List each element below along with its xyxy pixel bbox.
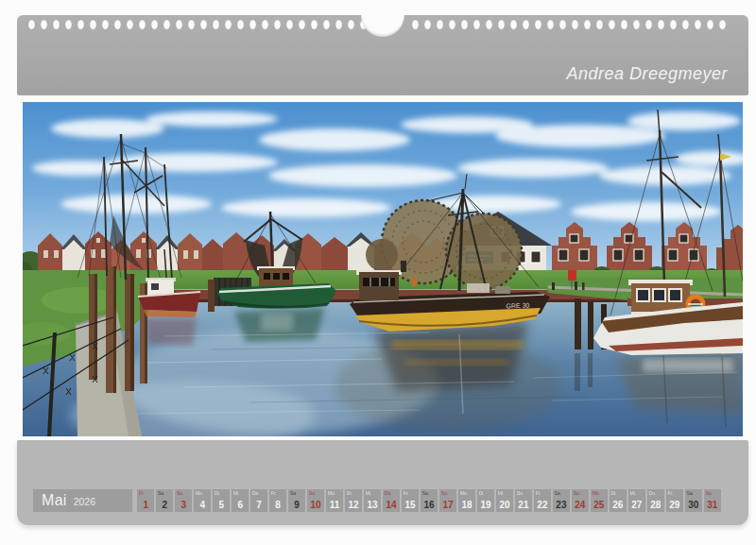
day-weekday-label: Di.	[611, 490, 617, 496]
day-cell-5: Di.5	[213, 489, 230, 512]
day-cell-6: Mi.6	[232, 489, 249, 512]
day-cell-18: Mo.18	[458, 489, 475, 512]
day-weekday-label: Mi.	[233, 490, 240, 496]
day-weekday-label: Do.	[649, 490, 657, 496]
day-number: 12	[345, 500, 362, 510]
day-cell-9: Sa.9	[288, 489, 305, 512]
binding-hole	[323, 19, 330, 29]
day-weekday-label: Sa.	[158, 490, 165, 496]
day-cell-26: Di.26	[610, 489, 627, 512]
binding-hole	[151, 19, 158, 29]
day-cell-11: Mo.11	[326, 489, 343, 512]
hanger-cutout	[361, 15, 404, 37]
day-weekday-label: Do.	[252, 490, 260, 496]
day-cell-20: Mi.20	[496, 489, 513, 512]
day-weekday-label: Sa.	[555, 490, 562, 496]
calendar-header-band: Andrea Dreegmeyer	[17, 15, 748, 95]
binding-hole	[424, 19, 431, 29]
day-cell-23: Sa.23	[553, 489, 570, 512]
day-cell-24: So.24	[572, 489, 589, 512]
day-number: 30	[685, 500, 702, 510]
binding-hole	[719, 19, 726, 29]
day-weekday-label: Sa.	[687, 490, 695, 496]
year-label: 2026	[74, 496, 95, 507]
binding-hole	[200, 19, 207, 29]
binding-hole	[437, 19, 443, 29]
day-number: 3	[175, 500, 192, 510]
day-weekday-label: Sa.	[290, 490, 298, 496]
binding-hole	[163, 19, 170, 29]
day-cell-12: Di.12	[345, 489, 362, 512]
binding-hole	[473, 19, 480, 29]
day-number: 9	[288, 500, 305, 510]
day-cell-4: Mo.4	[194, 489, 211, 512]
day-cell-19: Di.19	[477, 489, 494, 512]
binding-hole	[707, 19, 713, 29]
calendar-footer-band: Mai 2026 Fr.1Sa.2So.3Mo.4Di.5Mi.6Do.7Fr.…	[17, 440, 748, 525]
day-weekday-label: Do.	[517, 490, 524, 496]
binding-hole	[249, 19, 256, 29]
binding-hole	[658, 19, 664, 29]
binding-hole	[274, 19, 281, 29]
binding-hole	[335, 19, 342, 29]
day-weekday-label: Mi.	[498, 490, 505, 496]
day-weekday-label: Sa.	[422, 490, 430, 496]
day-number: 31	[704, 500, 721, 510]
day-number: 10	[307, 500, 324, 510]
binding-hole	[486, 19, 492, 29]
day-number: 27	[628, 500, 645, 510]
day-weekday-label: So.	[574, 490, 581, 496]
day-weekday-label: Mi.	[630, 490, 637, 496]
boat-registration-text: GRE 30	[506, 302, 529, 310]
binding-hole	[572, 19, 578, 29]
binding-hole	[41, 19, 47, 29]
day-cell-29: Fr.29	[666, 489, 683, 512]
binding-hole	[286, 19, 293, 29]
day-cell-7: Do.7	[250, 489, 267, 512]
day-weekday-label: Fr.	[536, 490, 541, 496]
day-number: 15	[402, 500, 419, 510]
day-number: 25	[591, 500, 608, 510]
day-number: 6	[232, 500, 249, 510]
binding-hole	[584, 19, 591, 29]
day-number: 17	[439, 500, 456, 510]
binding-hole	[53, 19, 60, 29]
day-weekday-label: Fr.	[271, 490, 277, 496]
day-weekday-label: Di.	[347, 490, 352, 496]
binding-hole	[621, 19, 627, 29]
day-cell-28: Do.28	[647, 489, 664, 512]
binding-hole	[262, 19, 268, 29]
day-weekday-label: Mo.	[460, 490, 468, 496]
binding-hole	[449, 19, 455, 29]
binding-hole	[535, 19, 541, 29]
day-weekday-label: So.	[706, 490, 713, 496]
day-number: 7	[250, 500, 267, 510]
day-weekday-label: Do.	[385, 490, 392, 496]
day-cell-17: So.17	[439, 489, 456, 512]
day-weekday-label: So.	[177, 490, 184, 496]
day-cell-30: Sa.30	[685, 489, 702, 512]
binding-hole	[461, 19, 468, 29]
day-number: 2	[156, 500, 173, 510]
binding-hole	[498, 19, 505, 29]
day-number: 20	[496, 500, 513, 510]
author-name: Andrea Dreegmeyer	[566, 64, 728, 84]
binding-hole	[90, 19, 96, 29]
binding-hole	[176, 19, 182, 29]
day-number: 21	[515, 500, 532, 510]
day-weekday-label: Mo.	[593, 490, 600, 496]
day-strip: Fr.1Sa.2So.3Mo.4Di.5Mi.6Do.7Fr.8Sa.9So.1…	[137, 489, 721, 512]
day-number: 16	[421, 500, 438, 510]
day-number: 19	[477, 500, 494, 510]
binding-hole	[670, 19, 677, 29]
binding-hole	[609, 19, 615, 29]
binding-hole	[299, 19, 305, 29]
binding-hole	[682, 19, 689, 29]
month-name: Mai	[42, 489, 67, 512]
binding-hole	[188, 19, 195, 29]
binding-hole	[139, 19, 146, 29]
day-weekday-label: Fr.	[139, 490, 145, 496]
binding-hole	[412, 19, 419, 29]
binding-hole	[127, 19, 133, 29]
binding-hole	[225, 19, 232, 29]
